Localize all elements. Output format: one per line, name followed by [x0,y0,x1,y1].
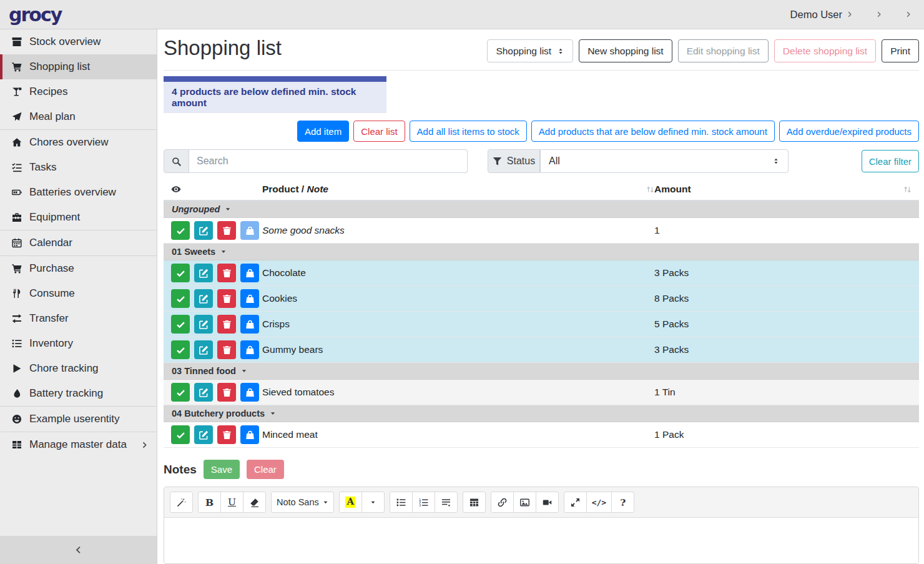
font-select-button[interactable]: Noto Sans [271,492,334,513]
sidebar-item-batteries-overview[interactable]: Batteries overview [0,180,157,205]
sidebar-item-chore-tracking[interactable]: Chore tracking [0,356,157,381]
sidebar-item-meal-plan[interactable]: Meal plan [0,104,157,129]
edit-item-button[interactable] [194,340,213,359]
underline-button[interactable]: U [220,492,243,513]
search-input[interactable] [189,149,468,173]
status-select[interactable]: All [540,149,789,173]
notes-clear-button[interactable]: Clear [247,460,284,479]
editor-toolbar-group [491,492,559,513]
column-visibility-toggle[interactable] [171,184,262,194]
print-button[interactable]: Print [882,39,919,62]
delete-item-button[interactable] [217,221,236,240]
code-view-button[interactable]: </> [586,492,612,513]
eraser-button[interactable] [243,492,266,513]
caret-button[interactable] [361,492,385,513]
add-overdue-expired-products-button[interactable]: Add overdue/expired products [779,121,919,142]
sort-icon[interactable] [903,186,912,194]
delete-item-button[interactable] [217,340,236,359]
add-to-stock-button[interactable] [240,289,259,308]
sidebar-item-example-userentity[interactable]: Example userentity [0,407,157,432]
group-header-ungrouped[interactable]: Ungrouped [164,201,919,218]
sidebar-item-label: Transfer [29,312,69,325]
shopping-list-select[interactable]: Shopping list [487,39,573,62]
add-to-stock-button[interactable] [240,315,259,334]
edit-item-button[interactable] [194,315,213,334]
mark-done-button[interactable] [171,340,190,359]
help-button[interactable]: ? [611,492,634,513]
delete-item-button[interactable] [217,315,236,334]
link-button[interactable] [491,492,514,513]
group-header-01-sweets[interactable]: 01 Sweets [164,244,919,260]
amount-column-header[interactable]: Amount [654,184,912,195]
delete-item-button[interactable] [217,425,236,444]
sidebar-item-inventory[interactable]: Inventory [0,331,157,356]
magic-wand-button[interactable] [170,492,193,513]
list-ol-button[interactable]: 123 [412,492,435,513]
delete-item-button[interactable] [217,289,236,308]
group-header-04-butchery-products[interactable]: 04 Butchery products [164,405,919,422]
sidebar-item-tasks[interactable]: Tasks [0,155,157,180]
edit-item-button[interactable] [194,289,213,308]
select-caret-icon [557,47,564,55]
mark-done-button[interactable] [171,289,190,308]
new-shopping-list-button[interactable]: New shopping list [579,39,672,62]
sidebar-item-purchase[interactable]: Purchase [0,256,157,281]
clear-filter-button[interactable]: Clear filter [862,150,919,172]
delete-shopping-list-button[interactable]: Delete shopping list [774,39,876,62]
sidebar-item-manage-master-data[interactable]: Manage master data [0,432,157,457]
delete-item-button[interactable] [217,383,236,402]
notes-editor-body[interactable] [164,518,918,563]
sidebar-item-consume[interactable]: Consume [0,281,157,306]
edit-shopping-list-button[interactable]: Edit shopping list [678,39,769,62]
sidebar-item-transfer[interactable]: Transfer [0,306,157,331]
sidebar-item-chores-overview[interactable]: Chores overview [0,130,157,155]
delete-item-button[interactable] [217,264,236,282]
mark-done-button[interactable] [171,425,190,444]
user-menu[interactable]: Demo User [786,9,853,21]
picture-button[interactable] [513,492,536,513]
mark-done-button[interactable] [171,221,190,240]
sidebar-item-recipes[interactable]: Recipes [0,79,157,104]
sidebar-item-stock-overview[interactable]: Stock overview [0,29,157,54]
video-button[interactable] [536,492,559,513]
mark-done-button[interactable] [171,264,190,282]
add-to-stock-button[interactable] [240,264,259,282]
code-view-glyph: </> [592,498,606,507]
add-all-list-items-to-stock-button[interactable]: Add all list items to stock [410,121,527,142]
admin-menu[interactable] [901,11,912,17]
paragraph-button[interactable] [435,492,458,513]
add-products-that-are-below-defined-min-stock-amount-button[interactable]: Add products that are below defined min.… [531,121,775,142]
edit-item-button[interactable] [194,264,213,282]
sidebar-item-calendar[interactable]: Calendar [0,230,157,255]
product-column-header[interactable]: Product / Note [262,184,654,195]
sidebar-collapse-button[interactable] [0,536,157,564]
sidebar-item-battery-tracking[interactable]: Battery tracking [0,381,157,406]
trash-icon [222,388,232,397]
edit-item-button[interactable] [194,383,213,402]
amount-value: 5 Packs [654,319,912,330]
list-ul-button[interactable] [390,492,413,513]
font-color-button[interactable]: A [339,492,362,513]
mark-done-button[interactable] [171,383,190,402]
add-to-stock-button[interactable] [240,383,259,402]
arrows-alt-button[interactable] [564,492,587,513]
add-to-stock-button[interactable] [240,340,259,359]
edit-item-button[interactable] [194,425,213,444]
mark-done-button[interactable] [171,315,190,334]
add-item-button[interactable]: Add item [297,121,349,142]
sidebar-item-equipment[interactable]: Equipment [0,205,157,230]
settings-menu[interactable] [872,11,882,17]
notes-save-button[interactable]: Save [204,460,240,479]
font-color-glyph: A [345,497,355,507]
product-name: Chocolate [262,267,654,279]
sort-icon[interactable] [646,186,654,194]
add-to-stock-button[interactable] [240,221,259,240]
bold-button[interactable]: B [198,492,221,513]
group-header-03-tinned-food[interactable]: 03 Tinned food [164,363,919,380]
clear-list-button[interactable]: Clear list [353,121,405,142]
add-to-stock-button[interactable] [240,425,259,444]
sidebar-item-shopping-list[interactable]: Shopping list [0,54,157,79]
edit-item-button[interactable] [194,221,213,240]
table-button[interactable] [463,492,486,513]
shopping-list-table: Product / Note Amount UngroupedSome good… [164,181,919,448]
